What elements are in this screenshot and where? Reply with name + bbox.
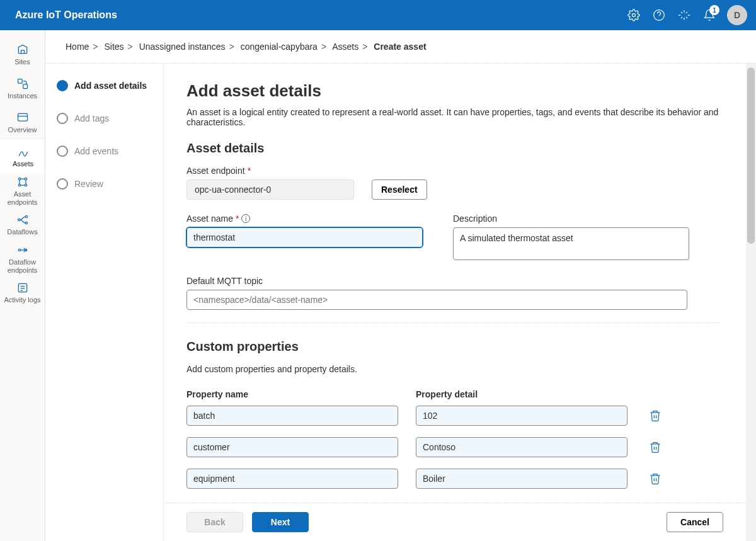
back-button[interactable]: Back xyxy=(186,512,243,532)
step-label: Review xyxy=(74,179,103,189)
wizard-steps: Add asset details Add tags Add events Re… xyxy=(45,64,164,541)
crumb-unassigned[interactable]: Unassigned instances xyxy=(139,42,226,52)
rail-label: Overview xyxy=(8,126,37,134)
activity-logs-icon xyxy=(16,282,29,294)
asset-name-input[interactable] xyxy=(186,227,423,248)
description-label: Description xyxy=(453,214,689,224)
svg-point-7 xyxy=(18,178,20,180)
svg-point-11 xyxy=(18,219,20,221)
trash-icon xyxy=(649,441,662,453)
asset-endpoints-icon xyxy=(16,176,29,188)
left-nav-rail: Sites Instances Overview Assets Asset en… xyxy=(0,30,45,541)
cancel-button[interactable]: Cancel xyxy=(667,512,723,532)
rail-label: Asset endpoints xyxy=(1,190,43,205)
sites-icon xyxy=(16,43,29,56)
breadcrumb: Home> Sites> Unassigned instances> conge… xyxy=(45,30,756,64)
rail-asset-endpoints[interactable]: Asset endpoints xyxy=(0,174,45,208)
svg-rect-4 xyxy=(23,84,27,89)
delete-row-button[interactable] xyxy=(645,406,665,426)
property-name-input[interactable] xyxy=(186,406,398,426)
rail-label: Sites xyxy=(14,58,30,65)
feedback-button[interactable] xyxy=(672,3,697,28)
next-button[interactable]: Next xyxy=(252,512,309,532)
trash-icon xyxy=(649,409,662,422)
svg-rect-3 xyxy=(18,79,22,84)
sparkle-icon xyxy=(678,9,690,21)
delete-row-button[interactable] xyxy=(645,437,665,457)
step-add-events[interactable]: Add events xyxy=(57,145,152,157)
custom-properties-lead: Add custom properties and property detai… xyxy=(186,364,721,374)
delete-row-button[interactable] xyxy=(645,469,665,489)
dataflows-icon xyxy=(16,214,29,226)
notification-badge: 1 xyxy=(709,5,719,15)
description-input[interactable]: A simulated thermostat asset xyxy=(453,227,689,260)
required-marker: * xyxy=(248,166,251,176)
help-button[interactable] xyxy=(646,3,672,28)
rail-sites[interactable]: Sites xyxy=(0,38,45,72)
svg-point-10 xyxy=(25,185,26,186)
trash-icon xyxy=(649,472,662,485)
property-name-input[interactable] xyxy=(186,469,398,489)
scrollbar-thumb[interactable] xyxy=(747,67,755,244)
asset-endpoint-value: opc-ua-connector-0 xyxy=(186,179,354,200)
svg-point-8 xyxy=(25,178,26,180)
vertical-scrollbar[interactable] xyxy=(746,64,756,541)
help-icon xyxy=(653,9,665,21)
svg-point-9 xyxy=(18,185,20,186)
rail-assets[interactable]: Assets xyxy=(0,140,45,174)
page-title: Add asset details xyxy=(186,81,721,101)
step-add-asset-details[interactable]: Add asset details xyxy=(57,80,152,91)
asset-endpoint-label: Asset endpoint * xyxy=(186,166,721,176)
step-indicator-icon xyxy=(57,145,68,157)
property-detail-input[interactable] xyxy=(416,406,627,426)
rail-label: Assets xyxy=(13,160,33,168)
step-add-tags[interactable]: Add tags xyxy=(57,113,152,124)
assets-icon xyxy=(17,145,30,158)
top-bar: Azure IoT Operations 1 D xyxy=(0,0,756,30)
property-name-input[interactable] xyxy=(186,437,398,457)
crumb-sites[interactable]: Sites xyxy=(104,42,123,52)
custom-properties-heading: Custom properties xyxy=(186,339,721,354)
asset-details-heading: Asset details xyxy=(186,141,721,156)
instances-icon xyxy=(16,77,29,90)
rail-instances[interactable]: Instances xyxy=(0,72,45,106)
overview-icon xyxy=(16,111,29,124)
svg-point-0 xyxy=(633,14,636,17)
step-indicator-icon xyxy=(57,80,68,91)
wizard-footer: Back Next Cancel xyxy=(164,503,746,541)
property-row xyxy=(186,437,721,457)
property-detail-input[interactable] xyxy=(416,437,627,457)
step-label: Add asset details xyxy=(74,81,147,91)
product-name: Azure IoT Operations xyxy=(15,9,117,21)
rail-overview[interactable]: Overview xyxy=(0,106,45,140)
step-indicator-icon xyxy=(57,113,68,124)
svg-point-13 xyxy=(25,222,27,224)
form-scroll-area: Add asset details An asset is a logical … xyxy=(164,64,746,503)
crumb-instance[interactable]: congenial-capybara xyxy=(241,42,318,52)
rail-label: Activity logs xyxy=(4,296,40,304)
rail-dataflow-endpoints[interactable]: Dataflow endpoints xyxy=(0,242,45,276)
notifications-button[interactable]: 1 xyxy=(697,3,722,28)
rail-label: Dataflows xyxy=(7,228,37,236)
reselect-button[interactable]: Reselect xyxy=(372,179,427,200)
rail-activity-logs[interactable]: Activity logs xyxy=(0,276,45,310)
required-marker: * xyxy=(236,214,239,224)
step-indicator-icon xyxy=(57,178,68,190)
rail-dataflows[interactable]: Dataflows xyxy=(0,208,45,242)
step-review[interactable]: Review xyxy=(57,178,152,190)
svg-point-14 xyxy=(18,249,20,251)
user-avatar[interactable]: D xyxy=(727,5,747,25)
mqtt-topic-input[interactable] xyxy=(186,290,687,310)
property-detail-input[interactable] xyxy=(416,469,627,489)
step-label: Add tags xyxy=(74,113,109,123)
crumb-current: Create asset xyxy=(374,42,426,52)
settings-button[interactable] xyxy=(621,3,646,28)
dataflow-endpoints-icon xyxy=(16,244,29,256)
svg-rect-5 xyxy=(18,114,27,122)
step-label: Add events xyxy=(74,146,118,156)
crumb-home[interactable]: Home xyxy=(66,42,89,52)
crumb-assets[interactable]: Assets xyxy=(332,42,358,52)
info-icon[interactable]: i xyxy=(241,214,250,223)
rail-label: Dataflow endpoints xyxy=(1,258,43,273)
asset-name-label: Asset name * i xyxy=(186,214,423,224)
